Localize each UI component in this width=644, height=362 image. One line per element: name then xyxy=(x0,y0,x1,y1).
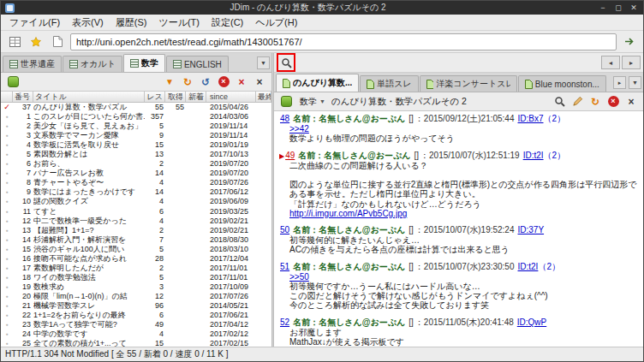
stop-icon[interactable]: × xyxy=(216,74,231,90)
thread-icon-button[interactable] xyxy=(278,94,294,110)
menu-item[interactable]: 履歴(S) xyxy=(110,15,153,30)
thread-pane: ◂ ▸ のんびり算数... 単語スレ 洋 xyxy=(274,53,643,347)
chevron-down-icon: ▼ xyxy=(319,98,325,104)
thread-list-row[interactable]: ● 3 文系数学でマーカン愛隊 9 2019/11/14 xyxy=(1,131,271,140)
thread-list-row[interactable]: ● 6 お前ら、 2 2019/07/20 xyxy=(1,159,271,169)
column-since[interactable]: since xyxy=(206,92,256,102)
thread-list-row[interactable]: ● 5 素因数分解とは 13 2017/10/13 xyxy=(1,150,271,159)
thread-list-row[interactable]: ● 22 1+1=2をお前らなりの最終 6 2017/06/21 xyxy=(1,311,271,320)
tab-list-dropdown-icon[interactable]: ▼ xyxy=(257,56,270,69)
column-res[interactable]: レス xyxy=(145,92,165,102)
row-res: 96 xyxy=(145,301,165,311)
column-mark[interactable] xyxy=(1,92,13,102)
post-id[interactable]: ID:Bx7 xyxy=(518,114,544,123)
res-anchor[interactable]: >>42 xyxy=(289,124,309,134)
thread-list-row[interactable]: ● 7 バナー広告スレお教 14 2019/07/20 xyxy=(1,169,271,178)
thread-list-row[interactable]: ● 21 機械学習数学スレ 96 2014/05/21 xyxy=(1,301,271,311)
thread-list-row[interactable]: ● 14 杉浦解析入門・解析演習を 7 2018/08/30 xyxy=(1,235,271,245)
menu-item[interactable]: 設定(C) xyxy=(206,15,249,30)
open-url-icon[interactable] xyxy=(621,33,638,50)
thread-list-row[interactable]: ● 8 青チャートやるぞ〜 4 2019/07/26 xyxy=(1,178,271,187)
board-select[interactable]: 数学 ▼ xyxy=(296,95,329,109)
post-number[interactable]: 51 xyxy=(280,262,289,271)
thread-list-row[interactable]: ● 9 数学にはまったきっかけです 14 2017/06/12 xyxy=(1,187,271,197)
post-body: お邪魔しますMathJax↓が使える掲示板ですhttp://super2ch.n… xyxy=(289,328,638,347)
thread-search-icon[interactable] xyxy=(552,94,567,110)
thread-list-row[interactable]: ● 25 全ての素数の積が1+...って 15 2017/02/15 xyxy=(1,339,271,347)
thread-list-row[interactable]: ● 19 数検求め 3 2017/10/09 xyxy=(1,282,271,292)
post-line: 初等幾何ですか…うーん私にはハードル高いな… xyxy=(289,282,638,291)
refresh-icon[interactable]: ↻ xyxy=(180,74,195,90)
thread-list-row[interactable]: ● 23 数学1Aって独学で可能? 49 2017/04/12 xyxy=(1,320,271,329)
board-tab[interactable]: オカルト xyxy=(63,56,122,72)
thread-tab-dropdown-icon[interactable]: ▼ xyxy=(629,76,641,89)
thread-list-row[interactable]: ● 2 美少女「ほら見て、見えぁお」 5 2019/11/14 xyxy=(1,122,271,131)
board-tab[interactable]: 世界遺産 xyxy=(3,56,62,72)
thread-list-row[interactable]: ● 17 素数解明したんだが 2 2017/11/01 xyxy=(1,264,271,273)
boards-icon[interactable] xyxy=(6,33,23,50)
menu-item[interactable]: ツール(T) xyxy=(152,15,206,30)
thread-refresh-icon[interactable]: ↻ xyxy=(587,94,603,110)
row-since: 2017/10/13 xyxy=(206,150,256,159)
delete-icon[interactable]: × xyxy=(234,74,249,90)
search-icon[interactable] xyxy=(278,55,294,70)
close-button[interactable]: ✕ xyxy=(629,3,639,12)
thread-list-row[interactable]: ● 16 接吻不可能な点が求められ 28 2017/12/04 xyxy=(1,254,271,264)
column-title[interactable]: タイトル xyxy=(33,92,145,102)
thread-stop-icon[interactable]: × xyxy=(605,94,621,110)
tab-scroll-right-icon[interactable]: ▸ xyxy=(613,76,626,89)
thread-tab[interactable]: 洋楽コンサートスレ xyxy=(420,75,517,92)
thread-list-row[interactable]: ● 20 極限「lim(n→1-0)(n)」の結 12 2017/07/26 xyxy=(1,292,271,301)
minimize-button[interactable]: − xyxy=(598,3,608,12)
thread-list-row[interactable]: ● 1 このスレが目についたら何か書... 357 2014/03/06 xyxy=(1,112,271,122)
thread-close-icon[interactable]: × xyxy=(623,94,639,110)
thread-list-header: 番号 タイトル レス 取得 新着 since 最終書込 xyxy=(1,92,271,103)
url-input[interactable] xyxy=(70,33,617,50)
column-new[interactable]: 新着 xyxy=(186,92,206,102)
menu-item[interactable]: ヘルプ(H) xyxy=(249,15,303,30)
post-number[interactable]: 49 xyxy=(285,151,295,160)
row-title: 数学1Aって独学で可能? xyxy=(33,320,145,329)
thread-list-row[interactable]: ● 11 てすと 6 2019/03/25 xyxy=(1,207,271,217)
close-pane-icon[interactable]: × xyxy=(252,74,267,90)
forward-icon[interactable]: ▸ xyxy=(622,56,641,69)
post-id[interactable]: ID:QwP xyxy=(517,317,546,327)
thread-list-row[interactable]: ● 24 中学の数学です 4 2017/02/12 xyxy=(1,329,271,339)
post-id[interactable]: ID:37Y xyxy=(518,225,545,234)
res-anchor[interactable]: >>50 xyxy=(289,272,309,282)
thread-list-row[interactable]: ● 10 謎の関数クイズ 4 2019/06/09 xyxy=(1,197,271,206)
post-list: 48名前：名無しさん@おーぷん[]：2015/09/12(土)21:05:44I… xyxy=(274,111,643,347)
document-icon[interactable] xyxy=(49,33,66,50)
column-number[interactable]: 番号 xyxy=(13,92,33,102)
maximize-button[interactable]: ◻ xyxy=(613,3,623,12)
favorites-icon[interactable] xyxy=(27,33,45,50)
board-tab[interactable]: 数学 xyxy=(123,54,165,72)
write-icon[interactable] xyxy=(569,94,585,110)
board-tab[interactable]: ENGLISH xyxy=(166,56,229,72)
post-number[interactable]: 50 xyxy=(280,225,289,234)
menu-item[interactable]: 表示(V) xyxy=(66,15,110,30)
thread-tab[interactable]: 単語スレ xyxy=(360,75,418,92)
thread-list-row[interactable]: ● 18 ワイの数学勉強法 5 2017/11/01 xyxy=(1,273,271,282)
thread-list-row[interactable]: ● 15 渋谷のギャル100人に聞い 5 2018/03/10 xyxy=(1,245,271,254)
column-got[interactable]: 取得 xyxy=(165,92,186,102)
thread-list-row[interactable]: ● 12 中二で数検準一級受かった 4 2019/02/21 xyxy=(1,217,271,226)
column-last[interactable]: 最終書込 xyxy=(256,92,271,102)
thread-list-row[interactable]: ● 4 数学板に活気を取り戻せ 15 2019/01/19 xyxy=(1,140,271,150)
undo-icon[interactable]: ↺ xyxy=(198,74,213,90)
board-icon-button[interactable] xyxy=(5,74,21,90)
post-date: ：2015/10/07(水)12:51:19 xyxy=(420,151,520,160)
thread-list-row[interactable]: ● 13 【超難問】1+1=? 2 2019/02/21 xyxy=(1,226,271,235)
sort-down-icon[interactable]: ▼ xyxy=(162,74,177,90)
back-icon[interactable]: ◂ xyxy=(601,56,620,69)
post-number[interactable]: 48 xyxy=(280,114,289,123)
thread-list-row[interactable]: ✓ 37 のんびり算数・数学パズル 55 55 2015/04/26 xyxy=(1,103,271,112)
thread-tab[interactable]: のんびり算数... xyxy=(276,74,359,92)
thread-tab[interactable]: Blue moonston... xyxy=(518,75,606,92)
post-id[interactable]: ID:t2I xyxy=(523,151,544,160)
post-id[interactable]: ID:t2I xyxy=(518,262,539,271)
menu-item[interactable]: ファイル(F) xyxy=(3,15,66,30)
post-line: この図だと解けそうで解けない感じがもうドンマイですよねぇ(^^) xyxy=(289,291,638,300)
post-number[interactable]: 52 xyxy=(280,317,289,327)
url-link[interactable]: http://i.imgur.com/APvb5Cg.jpg xyxy=(289,209,407,218)
